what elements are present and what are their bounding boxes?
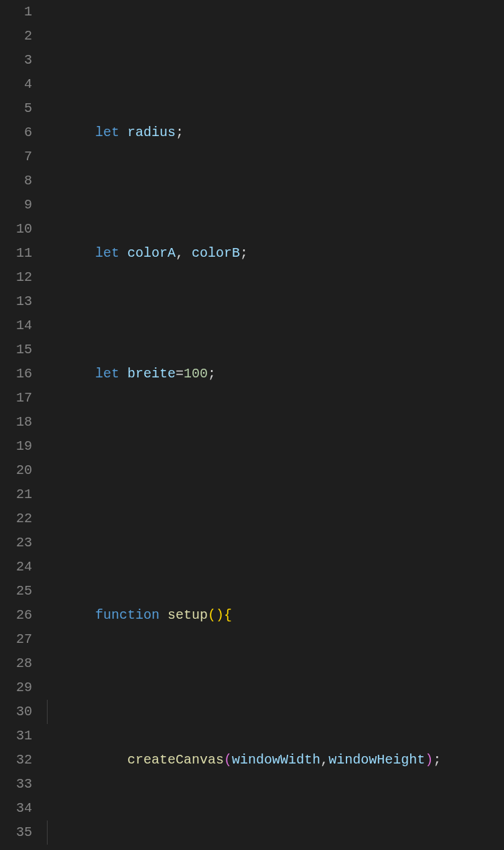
paren-close: ) <box>425 752 433 768</box>
comma: , <box>176 245 184 261</box>
fn-createCanvas: createCanvas <box>127 752 224 768</box>
line-number: 29 <box>0 676 32 700</box>
line-number: 7 <box>0 145 32 169</box>
line-number: 27 <box>0 627 32 652</box>
line-number: 26 <box>0 603 32 627</box>
line-number: 34 <box>0 796 32 821</box>
paren-close: ) <box>216 607 224 623</box>
line-number: 31 <box>0 724 32 748</box>
keyword-let: let <box>95 366 119 381</box>
line-number-gutter: 1234567891011121314151617181920212223242… <box>0 0 47 850</box>
line-number: 23 <box>0 531 32 555</box>
fn-setup: setup <box>168 607 208 623</box>
line-number: 4 <box>0 72 32 97</box>
line-number: 24 <box>0 555 32 579</box>
line-number: 10 <box>0 217 32 241</box>
ident-breite: breite <box>127 366 176 381</box>
line-number: 33 <box>0 772 32 796</box>
line-number: 6 <box>0 121 32 145</box>
line-number: 13 <box>0 290 32 314</box>
paren-open: ( <box>208 607 216 623</box>
op-assign: = <box>176 366 184 381</box>
paren-open: ( <box>224 752 232 768</box>
ident-radius: radius <box>127 125 176 140</box>
line-number: 30 <box>0 700 32 724</box>
semicolon: ; <box>240 245 248 261</box>
line-number: 16 <box>0 362 32 386</box>
line-number: 2 <box>0 24 32 48</box>
semicolon: ; <box>433 752 441 768</box>
line-number: 14 <box>0 314 32 338</box>
line-number: 12 <box>0 265 32 290</box>
ident-colorA: colorA <box>127 245 176 261</box>
line-number: 22 <box>0 507 32 531</box>
code-area[interactable]: let radius; let colorA, colorB; let brei… <box>47 0 504 850</box>
line-number: 5 <box>0 97 32 121</box>
brace-open: { <box>224 607 232 623</box>
semicolon: ; <box>176 125 184 140</box>
keyword-let: let <box>95 245 119 261</box>
semicolon: ; <box>208 366 216 381</box>
comma: , <box>320 752 328 768</box>
line-number: 11 <box>0 241 32 265</box>
line-number: 28 <box>0 652 32 676</box>
line-number: 20 <box>0 459 32 483</box>
ident-windowHeight: windowHeight <box>328 752 425 768</box>
line-number: 1 <box>0 0 32 24</box>
line-number: 15 <box>0 338 32 362</box>
line-number: 21 <box>0 483 32 507</box>
line-number: 8 <box>0 169 32 193</box>
line-number: 3 <box>0 48 32 72</box>
keyword-function: function <box>95 607 160 623</box>
line-number: 35 <box>0 821 32 845</box>
line-number: 19 <box>0 434 32 459</box>
line-number: 17 <box>0 386 32 410</box>
ident-colorB: colorB <box>192 245 240 261</box>
code-editor[interactable]: 1234567891011121314151617181920212223242… <box>0 0 504 850</box>
line-number: 32 <box>0 748 32 772</box>
number: 100 <box>184 366 208 381</box>
ident-windowWidth: windowWidth <box>232 752 320 768</box>
line-number: 9 <box>0 193 32 217</box>
line-number: 25 <box>0 579 32 603</box>
keyword-let: let <box>95 125 119 140</box>
line-number: 18 <box>0 410 32 434</box>
